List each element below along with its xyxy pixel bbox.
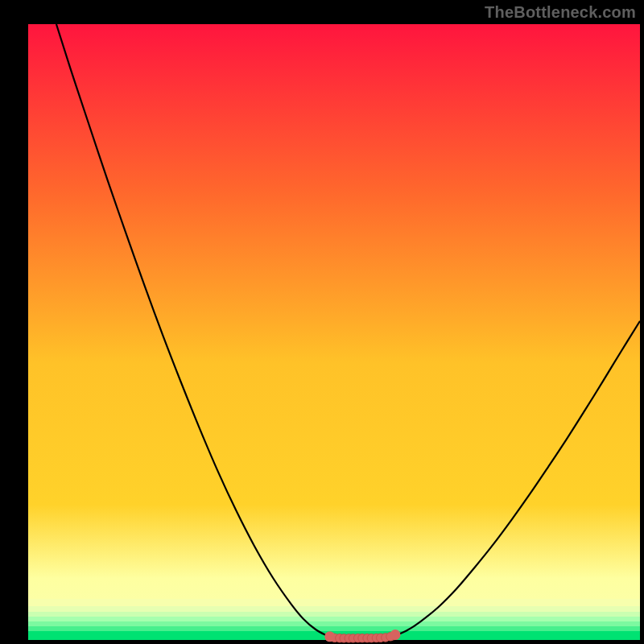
stripe — [28, 599, 640, 606]
stripe — [28, 626, 640, 631]
stripe — [28, 606, 640, 612]
chart-container: TheBottleneck.com — [0, 0, 644, 644]
plot-background — [28, 24, 640, 640]
stripe — [28, 617, 640, 621]
floor-marker-end — [324, 631, 335, 642]
stripe — [28, 621, 640, 626]
chart-canvas — [0, 0, 644, 644]
watermark-text: TheBottleneck.com — [485, 3, 636, 22]
floor-marker-end — [390, 630, 401, 640]
stripe — [28, 612, 640, 617]
